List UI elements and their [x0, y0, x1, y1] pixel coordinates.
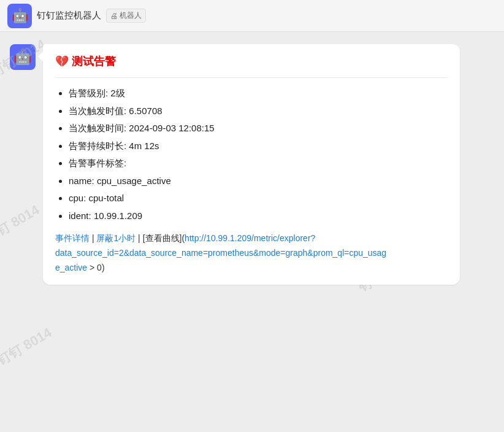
item-label: name: [69, 176, 94, 186]
item-value: 4m 12s [129, 141, 159, 151]
item-label: cpu: [69, 193, 86, 203]
item-label: 告警事件标签: [69, 158, 126, 168]
list-item: cpu: cpu-total [69, 191, 448, 206]
robot-icon: 🖨 [110, 12, 118, 20]
message-bubble: 💔 测试告警 告警级别: 2级 当次触发时值: 6.50708 当次触发时间: … [43, 44, 460, 285]
bot-tag: 🖨 机器人 [106, 9, 146, 23]
view-curve-prefix: [查看曲线]( [143, 233, 185, 243]
list-item: 告警持续时长: 4m 12s [69, 139, 448, 153]
alert-links: 事件详情 | 屏蔽1小时 | [查看曲线](http://10.99.1.209… [55, 231, 448, 275]
divider [55, 77, 448, 78]
item-value: cpu_usage_active [97, 176, 171, 186]
item-label: 告警持续时长: [69, 141, 126, 151]
bot-tag-label: 机器人 [120, 10, 142, 21]
link-separator-2: | [138, 233, 140, 243]
list-item: 告警级别: 2级 [69, 87, 448, 101]
item-value: cpu-total [89, 193, 124, 203]
alert-title-text: 测试告警 [72, 55, 116, 68]
list-item: name: cpu_usage_active [69, 174, 448, 188]
chat-background: 钉钉 8014 钉钉 8014 钉钉 8014 钉钉 8014 钉钉 8014 … [0, 0, 504, 432]
message-avatar: 🤖 [10, 44, 36, 70]
top-bar: 🤖 钉钉监控机器人 🖨 机器人 [0, 0, 504, 32]
watermark-5: 钉钉 8014 [0, 323, 55, 370]
event-detail-link[interactable]: 事件详情 [55, 233, 90, 243]
alert-emoji: 💔 [55, 55, 69, 68]
shield-1h-link[interactable]: 屏蔽1小时 [96, 233, 136, 243]
item-label: ident: [69, 210, 91, 221]
message-area: 🤖 💔 测试告警 告警级别: 2级 当次触发时值: 6.50708 当 [0, 32, 504, 295]
alert-list: 告警级别: 2级 当次触发时值: 6.50708 当次触发时间: 2024-09… [55, 87, 448, 223]
item-label: 当次触发时值: [69, 106, 126, 116]
list-item: 当次触发时值: 6.50708 [69, 104, 448, 118]
item-label: 当次触发时间: [69, 123, 126, 133]
item-value: 6.50708 [129, 106, 162, 116]
alert-title: 💔 测试告警 [55, 54, 448, 69]
list-item: 告警事件标签: [69, 156, 448, 171]
bot-name: 钉钉监控机器人 [37, 10, 101, 21]
item-label: 告警级别: [69, 88, 108, 98]
list-item: 当次触发时间: 2024-09-03 12:08:15 [69, 122, 448, 136]
app-avatar: 🤖 [7, 4, 32, 28]
item-value: 2级 [110, 88, 124, 98]
item-value: 10.99.1.209 [94, 210, 142, 221]
link-separator-1: | [92, 233, 94, 243]
list-item: ident: 10.99.1.209 [69, 209, 448, 223]
item-value: 2024-09-03 12:08:15 [129, 123, 214, 133]
link-suffix: > 0) [87, 263, 104, 272]
